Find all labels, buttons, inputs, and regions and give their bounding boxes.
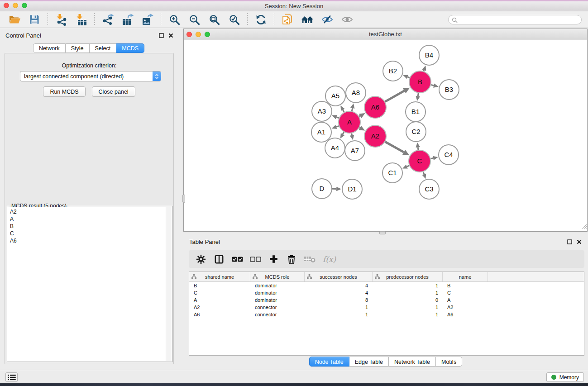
export-network-icon[interactable] bbox=[101, 13, 114, 26]
memory-button[interactable]: Memory bbox=[546, 372, 584, 382]
tab-mcds[interactable]: MCDS bbox=[116, 43, 144, 53]
graph-edge-B-B4[interactable] bbox=[424, 70, 424, 71]
graph-edge-A6-B[interactable] bbox=[385, 91, 404, 102]
network-from-selection-icon[interactable] bbox=[281, 13, 294, 26]
graph-edge-B-B1[interactable] bbox=[418, 93, 418, 96]
hide-selected-icon[interactable] bbox=[321, 13, 334, 26]
tab-node-table[interactable]: Node Table bbox=[309, 357, 349, 367]
float-table-panel-icon[interactable] bbox=[566, 238, 573, 245]
graph-edge-A-A1[interactable] bbox=[336, 126, 339, 127]
table-cell[interactable]: A2 bbox=[189, 305, 250, 310]
run-mcds-button[interactable]: Run MCDS bbox=[43, 86, 85, 97]
graph-edge-A-A5[interactable] bbox=[343, 110, 344, 112]
table-cell[interactable]: A bbox=[443, 297, 488, 303]
graph-edge-A-A2[interactable] bbox=[359, 128, 360, 128]
mcds-result-item[interactable]: A6 bbox=[10, 237, 166, 244]
table-cell[interactable]: 1 bbox=[305, 312, 373, 317]
tab-motifs[interactable]: Motifs bbox=[436, 357, 462, 367]
column-header-shared-name[interactable]: shared name bbox=[189, 272, 250, 281]
graph-edge-B-B3[interactable] bbox=[431, 85, 434, 86]
add-column-icon[interactable] bbox=[268, 254, 279, 264]
table-cell[interactable]: 8 bbox=[305, 297, 373, 303]
close-table-panel-icon[interactable] bbox=[576, 238, 583, 245]
tab-network-table[interactable]: Network Table bbox=[389, 357, 436, 367]
table-row[interactable]: A6connector11A6 bbox=[189, 311, 584, 318]
mcds-result-item[interactable]: C bbox=[10, 230, 166, 237]
table-cell[interactable]: dominator bbox=[250, 290, 305, 295]
column-header-MCDS-role[interactable]: MCDS role bbox=[250, 272, 305, 281]
zoom-fit-icon[interactable] bbox=[208, 13, 220, 26]
table-cell[interactable]: dominator bbox=[250, 297, 305, 303]
graph-edge-C-C1[interactable] bbox=[407, 166, 409, 167]
table-cell[interactable]: 1 bbox=[373, 305, 443, 310]
table-cell[interactable]: 1 bbox=[373, 312, 443, 317]
graph-edge-A-A6[interactable] bbox=[359, 116, 360, 116]
export-image-icon[interactable] bbox=[141, 13, 154, 26]
deselect-all-icon[interactable] bbox=[249, 256, 261, 262]
zoom-in-icon[interactable] bbox=[168, 13, 181, 26]
import-network-icon[interactable] bbox=[55, 13, 67, 26]
tab-edge-table[interactable]: Edge Table bbox=[349, 357, 389, 367]
table-cell[interactable]: C bbox=[189, 290, 250, 295]
tab-style[interactable]: Style bbox=[66, 43, 90, 53]
optimization-criterion-dropdown[interactable]: largest connected component (directed) bbox=[20, 71, 161, 81]
first-neighbors-icon[interactable] bbox=[301, 13, 314, 26]
open-folder-icon[interactable] bbox=[8, 13, 21, 26]
graph-edge-C-C4[interactable] bbox=[430, 158, 433, 158]
graph-edge-A-A4[interactable] bbox=[343, 132, 344, 134]
table-row[interactable]: Bdominator41B bbox=[189, 282, 584, 289]
window-resize-grip[interactable] bbox=[581, 223, 587, 231]
network-canvas[interactable]: B4B2BB3A5A8A6A3B1AA1C2A2A4A7CC4C1C3DD1 bbox=[184, 40, 587, 231]
zoom-out-icon[interactable] bbox=[188, 13, 201, 26]
table-row[interactable]: Cdominator41C bbox=[189, 289, 584, 296]
table-cell[interactable]: A6 bbox=[443, 312, 488, 317]
splitter-grip-left[interactable] bbox=[182, 195, 185, 203]
mcds-result-list[interactable]: A2ABCA6 bbox=[8, 207, 166, 361]
graph-edge-A-A7[interactable] bbox=[352, 133, 352, 135]
graph-edge-A-A8[interactable] bbox=[352, 108, 352, 111]
table-cell[interactable]: connector bbox=[250, 305, 305, 310]
search-input[interactable] bbox=[448, 15, 582, 24]
refresh-icon[interactable] bbox=[254, 13, 267, 26]
column-header-name[interactable]: name bbox=[443, 272, 488, 281]
table-cell[interactable]: 0 bbox=[373, 297, 443, 303]
close-panel-button[interactable]: Close panel bbox=[92, 86, 135, 97]
table-cell[interactable]: B bbox=[189, 283, 250, 288]
gear-icon[interactable] bbox=[195, 254, 207, 264]
table-cell[interactable]: B bbox=[443, 283, 488, 288]
save-icon[interactable] bbox=[28, 13, 41, 26]
table-cell[interactable]: 1 bbox=[373, 290, 443, 295]
table-cell[interactable]: 4 bbox=[305, 290, 373, 295]
table-cell[interactable]: A6 bbox=[189, 312, 250, 317]
close-panel-icon[interactable] bbox=[167, 32, 174, 39]
import-table-icon[interactable] bbox=[75, 13, 87, 26]
graph-edge-A2-C[interactable] bbox=[385, 142, 404, 152]
float-panel-icon[interactable] bbox=[158, 32, 165, 39]
select-all-icon[interactable] bbox=[231, 256, 243, 262]
result-scrollbar[interactable] bbox=[166, 207, 172, 361]
table-cell[interactable]: A bbox=[189, 297, 250, 303]
table-row[interactable]: Adominator80A bbox=[189, 296, 584, 304]
columns-icon[interactable] bbox=[213, 254, 225, 264]
mcds-result-item[interactable]: B bbox=[10, 223, 166, 230]
table-cell[interactable]: C bbox=[443, 290, 488, 295]
table-cell[interactable]: 1 bbox=[373, 283, 443, 288]
graph-edge-C-C2[interactable] bbox=[418, 148, 418, 150]
table-cell[interactable]: connector bbox=[250, 312, 305, 317]
graph-edge-A-A3[interactable] bbox=[336, 117, 339, 118]
graph-edge-B-B2[interactable] bbox=[407, 77, 409, 78]
graph-edge-C-C3[interactable] bbox=[423, 172, 424, 174]
table-cell[interactable]: 1 bbox=[305, 305, 373, 310]
column-header-successor-nodes[interactable]: successor nodes bbox=[305, 272, 373, 281]
network-graph[interactable]: B4B2BB3A5A8A6A3B1AA1C2A2A4A7CC4C1C3DD1 bbox=[184, 40, 587, 232]
column-header-predecessor-nodes[interactable]: predecessor nodes bbox=[373, 272, 443, 281]
delete-column-icon[interactable] bbox=[286, 254, 297, 264]
mcds-result-item[interactable]: A bbox=[10, 215, 166, 223]
network-window-titlebar[interactable]: testGlobe.txt bbox=[184, 29, 587, 40]
export-table-icon[interactable] bbox=[121, 13, 134, 26]
tab-network[interactable]: Network bbox=[33, 43, 66, 53]
mcds-result-item[interactable]: A2 bbox=[10, 208, 166, 215]
task-history-button[interactable] bbox=[5, 372, 18, 382]
zoom-selected-icon[interactable] bbox=[228, 13, 240, 26]
table-cell[interactable]: 4 bbox=[305, 283, 373, 288]
